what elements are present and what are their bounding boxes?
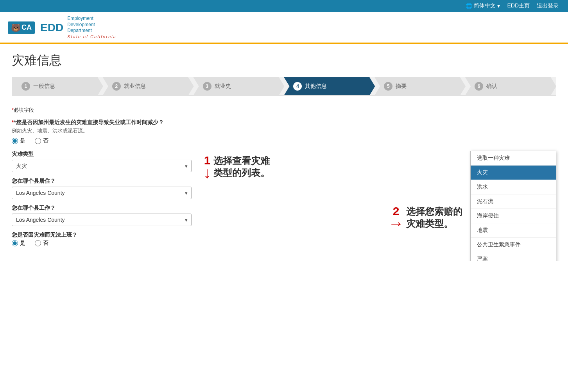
step-4-label: 其他信息	[305, 83, 327, 90]
required-note: **必填字段必填字段	[12, 107, 556, 114]
q2-no-radio[interactable]	[35, 240, 41, 246]
q1-no-radio[interactable]	[35, 138, 41, 144]
dept-line3: Department	[67, 28, 116, 34]
annotation-1-down-arrow-icon: ↓	[203, 166, 211, 179]
step-1-num: 1	[22, 82, 30, 91]
logout-link[interactable]: 退出登录	[537, 2, 559, 9]
q1-yes-radio[interactable]	[12, 138, 18, 144]
q1-yes-label[interactable]: 是	[12, 137, 25, 144]
dropdown-item[interactable]: 选取一种灾难	[471, 151, 556, 166]
question-1-block: **您是否因加州最近发生的灾难直接导致失业或工作时间减少？ 例如火灾、地震、洪水…	[12, 119, 556, 144]
step-indicator: 1 一般信息 2 就业信息 3 就业史 4 其他信息 5 摘要 6 确认	[12, 77, 556, 96]
state-line: State of California	[67, 34, 116, 39]
step-5[interactable]: 5 摘要	[374, 77, 466, 95]
lang-dropdown-icon: ▾	[497, 3, 500, 9]
page-content: 灾难信息 1 一般信息 2 就业信息 3 就业史 4 其他信息 5 摘要 6 确…	[0, 44, 568, 261]
dropdown-item[interactable]: 泥石流	[471, 194, 556, 209]
question-1-label: **您是否因加州最近发生的灾难直接导致失业或工作时间减少？	[12, 119, 556, 126]
step-6[interactable]: 6 确认	[465, 77, 556, 95]
step-3-label: 就业史	[215, 83, 231, 90]
q1-no-text: 否	[43, 137, 48, 144]
step-1-label: 一般信息	[33, 83, 55, 90]
annotation-1-text: 选择查看灾难 类型的列表。	[213, 155, 270, 179]
lang-label: 简体中文	[474, 2, 496, 9]
county-live-select-wrapper: Los Angeles County	[12, 187, 192, 199]
dropdown-item[interactable]: 严寒	[471, 252, 556, 261]
disaster-type-select[interactable]: 选取一种灾难火灾洪水泥石流海岸侵蚀地震公共卫生紧急事件严寒害虫导致的农作物损害风…	[12, 160, 192, 172]
ca-text: CA	[22, 23, 32, 32]
edd-acronym: EDD	[40, 21, 63, 34]
step-5-num: 5	[384, 82, 392, 91]
step-2-label: 就业信息	[124, 83, 146, 90]
disaster-type-dropdown: 选取一种灾难火灾洪水泥石流海岸侵蚀地震公共卫生紧急事件严寒害虫导致的农作物损害风…	[470, 151, 556, 261]
annotation-2: 2 → 选择您索赔的 灾难类型。	[388, 205, 462, 230]
required-star: *	[12, 107, 14, 113]
edd-dept-text: Employment Development Department State …	[67, 16, 116, 39]
step-2-num: 2	[112, 82, 121, 91]
county-work-select-wrapper: Los Angeles County	[12, 214, 192, 226]
language-button[interactable]: 🌐 简体中文 ▾	[466, 2, 500, 9]
annotation-2-right-arrow-icon: →	[388, 217, 404, 230]
step-3[interactable]: 3 就业史	[194, 77, 285, 95]
q2-no-label[interactable]: 否	[35, 240, 48, 247]
q2-text: 您是否因灾难而无法上班？	[12, 232, 77, 238]
dropdown-item[interactable]: 公共卫生紧急事件	[471, 238, 556, 252]
dept-line2: Development	[67, 22, 116, 28]
top-navigation: 🌐 简体中文 ▾ EDD主页 退出登录	[0, 0, 568, 12]
q1-no-label[interactable]: 否	[35, 137, 48, 144]
ca-logo: 🐻 CA	[8, 21, 35, 34]
dropdown-item[interactable]: 海岸侵蚀	[471, 209, 556, 223]
county-live-select[interactable]: Los Angeles County	[12, 187, 192, 199]
q1-yes-text: 是	[20, 137, 25, 144]
annotation-1: 1 ↓ 选择查看灾难 类型的列表。	[203, 155, 270, 179]
question-1-sub: 例如火灾、地震、洪水或泥石流。	[12, 127, 556, 134]
q1-text: *您是否因加州最近发生的灾难直接导致失业或工作时间减少？	[14, 119, 163, 125]
disaster-type-select-wrapper: 选取一种灾难火灾洪水泥石流海岸侵蚀地震公共卫生紧急事件严寒害虫导致的农作物损害风…	[12, 160, 192, 172]
step-6-label: 确认	[486, 83, 497, 90]
site-header: 🐻 CA EDD Employment Development Departme…	[0, 12, 568, 44]
q2-yes-label[interactable]: 是	[12, 240, 25, 247]
q2-yes-text: 是	[20, 240, 25, 247]
q1-radio-group: 是 否	[12, 137, 556, 144]
step-4[interactable]: 4 其他信息	[284, 77, 375, 95]
dropdown-item[interactable]: 洪水	[471, 180, 556, 194]
page-title: 灾难信息	[12, 52, 556, 69]
main-layout: 灾难类型 选取一种灾难火灾洪水泥石流海岸侵蚀地震公共卫生紧急事件严寒害虫导致的农…	[12, 151, 556, 247]
step-4-num: 4	[293, 82, 302, 91]
q2-yes-radio[interactable]	[12, 240, 18, 246]
bear-icon: 🐻	[11, 23, 21, 32]
dept-line1: Employment	[67, 16, 116, 22]
q2-no-text: 否	[43, 240, 48, 247]
dropdown-item[interactable]: 火灾	[471, 166, 556, 180]
globe-icon: 🌐	[466, 3, 472, 9]
edd-logo: EDD Employment Development Department St…	[40, 16, 116, 39]
form-section: **必填字段必填字段 **您是否因加州最近发生的灾难直接导致失业或工作时间减少？…	[12, 107, 556, 247]
step-1[interactable]: 1 一般信息	[12, 77, 103, 95]
county-work-select[interactable]: Los Angeles County	[12, 214, 192, 226]
annotation-2-text: 选择您索赔的 灾难类型。	[406, 205, 462, 230]
step-6-num: 6	[475, 82, 483, 91]
step-3-num: 3	[203, 82, 211, 91]
step-2[interactable]: 2 就业信息	[103, 77, 194, 95]
step-5-label: 摘要	[396, 83, 407, 90]
dropdown-item[interactable]: 地震	[471, 223, 556, 238]
edd-home-link[interactable]: EDD主页	[507, 2, 530, 9]
